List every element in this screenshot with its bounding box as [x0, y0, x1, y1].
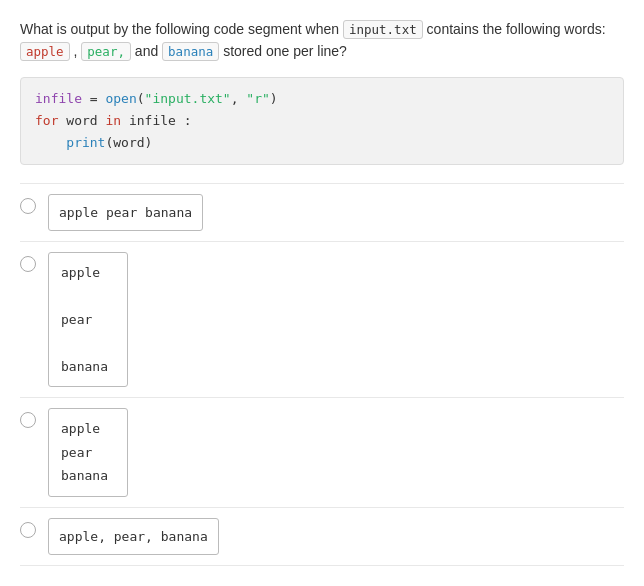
answer-b-spacer2 — [61, 332, 115, 355]
option-a-row: apple pear banana — [20, 183, 624, 241]
answer-c-line2: pear — [61, 441, 115, 464]
question-container: What is output by the following code seg… — [20, 18, 624, 566]
answer-c-line1: apple — [61, 417, 115, 440]
option-c-row: apple pear banana — [20, 397, 624, 506]
radio-d[interactable] — [20, 522, 36, 538]
word-banana: banana — [162, 42, 219, 61]
word-apple: apple — [20, 42, 70, 61]
code-block: infile = open("input.txt", "r") for word… — [20, 77, 624, 165]
radio-c[interactable] — [20, 412, 36, 428]
answer-b: apple pear banana — [48, 252, 128, 387]
answer-a: apple pear banana — [48, 194, 203, 231]
answer-c-line3: banana — [61, 464, 115, 487]
answer-d-line1: apple, pear, banana — [59, 525, 208, 548]
radio-a[interactable] — [20, 198, 36, 214]
answer-b-line1: apple — [61, 261, 115, 284]
question-text: What is output by the following code seg… — [20, 18, 624, 63]
file-tag: input.txt — [343, 20, 423, 39]
answer-c: apple pear banana — [48, 408, 128, 496]
answer-b-line3: banana — [61, 355, 115, 378]
answer-d: apple, pear, banana — [48, 518, 219, 555]
option-b-row: apple pear banana — [20, 241, 624, 397]
answer-a-line1: apple pear banana — [59, 201, 192, 224]
answer-b-line2: pear — [61, 308, 115, 331]
option-d-row: apple, pear, banana — [20, 507, 624, 566]
answer-b-spacer1 — [61, 285, 115, 308]
radio-b[interactable] — [20, 256, 36, 272]
word-pear: pear, — [81, 42, 131, 61]
